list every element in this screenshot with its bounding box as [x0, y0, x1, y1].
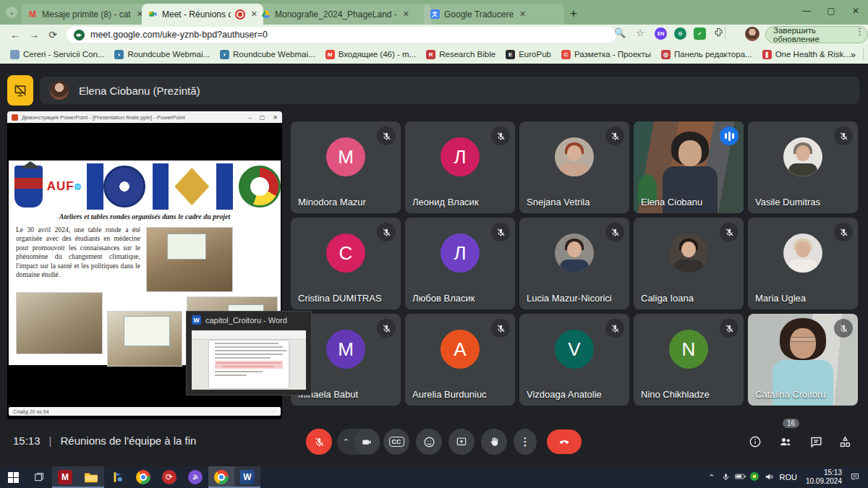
taskbar-red-app-icon[interactable]: ⟳: [156, 466, 182, 488]
gmail-icon: M: [326, 50, 335, 59]
new-tab-button[interactable]: +: [564, 4, 583, 23]
window-maximize-button[interactable]: ▢: [819, 0, 843, 22]
bookmarks-overflow-icon[interactable]: »: [851, 49, 856, 60]
participant-tile[interactable]: VVizdoaga Anatolie: [519, 314, 629, 406]
back-button[interactable]: ←: [6, 27, 25, 43]
raise-hand-button[interactable]: [481, 429, 507, 455]
participant-tile[interactable]: CCristina DUMITRAS: [291, 218, 401, 309]
participant-tile[interactable]: Catalina Croitoru: [748, 314, 858, 406]
tray-mic-icon[interactable]: [718, 473, 733, 482]
tab-close-icon[interactable]: ✕: [403, 9, 409, 19]
meeting-clock: 15:13: [13, 435, 41, 447]
participant-tile[interactable]: AAurelia Burduniuc: [405, 314, 515, 406]
mic-toggle-button[interactable]: [306, 429, 332, 455]
participant-tile[interactable]: ЛЛеонид Власик: [405, 121, 515, 213]
address-bar[interactable]: meet.google.com/uke-yznb-bpd?authuser=0: [67, 27, 616, 43]
bookmark-item-3[interactable]: ◗Roundcube Webmai...: [220, 50, 315, 59]
reactions-button[interactable]: [416, 429, 442, 455]
tray-battery-icon[interactable]: [733, 473, 747, 481]
participant-tile[interactable]: MMinodora Mazur: [291, 121, 401, 213]
taskbar-pinned-app-icon[interactable]: [104, 466, 130, 488]
meeting-details-button[interactable]: [744, 430, 767, 453]
bookmark-item-5[interactable]: RResearch Bible: [426, 50, 495, 59]
browser-tab-2[interactable]: Meet - Réunions de l'équip✕: [142, 4, 263, 25]
leave-call-button[interactable]: [547, 429, 582, 454]
pp-minimize-icon[interactable]: –: [248, 114, 251, 121]
forward-button[interactable]: →: [25, 27, 43, 43]
taskbar-mendeley-icon[interactable]: M: [52, 466, 78, 488]
participant-tile[interactable]: NNino Chikhladze: [634, 314, 744, 406]
word-document-thumbnail[interactable]: [192, 330, 306, 390]
present-screen-button[interactable]: [448, 429, 475, 455]
tray-clock[interactable]: 15:13 10.09.2024: [806, 468, 842, 487]
tab-title: Mesaje primite (8) - catalina.cro: [42, 9, 131, 20]
tray-language[interactable]: ROU: [779, 473, 796, 481]
tab-close-icon[interactable]: ✕: [519, 9, 526, 19]
taskbar-chrome-icon[interactable]: [130, 466, 156, 488]
participant-count-badge: 16: [783, 419, 799, 428]
bookmark-label: EuroPub: [519, 50, 551, 59]
taskbar-chrome-active-icon[interactable]: [208, 466, 234, 488]
bookmark-item-8[interactable]: ◎Панель редактора...: [661, 50, 752, 59]
window-close-button[interactable]: ✕: [843, 0, 868, 22]
bookmark-item-4[interactable]: MВходящие (46) - m...: [326, 50, 417, 59]
bookmark-item-7[interactable]: CРазметка - Проекты: [561, 50, 651, 59]
camera-toggle-button[interactable]: [354, 429, 379, 455]
participant-tile[interactable]: Caliga Ioana: [634, 218, 744, 309]
research-icon: R: [426, 50, 435, 59]
bookmark-item-6[interactable]: EEuroPub: [506, 50, 551, 59]
tab-search-icon[interactable]: ⌄: [6, 7, 17, 18]
reload-button[interactable]: ⟳: [43, 27, 62, 43]
browser-tab-4[interactable]: 文Google Traducere✕: [424, 4, 564, 25]
chat-panel-button[interactable]: [804, 430, 827, 453]
bookmark-star-icon[interactable]: ☆: [631, 25, 649, 40]
taskbar-file-explorer-icon[interactable]: [78, 466, 104, 488]
grammarly-extension-icon[interactable]: G: [674, 27, 686, 40]
start-button[interactable]: [0, 466, 26, 488]
camera-options-chevron[interactable]: ⌃: [337, 437, 354, 447]
participant-tile[interactable]: Lucia Mazur-Nicorici: [519, 218, 629, 309]
extensions-puzzle-icon[interactable]: [713, 27, 724, 40]
window-minimize-button[interactable]: —: [794, 0, 819, 22]
participant-tile[interactable]: ЛЛюбов Власик: [405, 218, 515, 309]
zoom-page-icon[interactable]: 🔍: [611, 25, 629, 40]
browser-tab-3[interactable]: Monografie_2024_PhageLand -✕: [255, 4, 431, 25]
participants-panel-button[interactable]: [774, 430, 797, 453]
more-options-button[interactable]: ⋮: [514, 429, 537, 455]
participant-initial-avatar: C: [326, 234, 365, 273]
tray-antivirus-icon[interactable]: [747, 472, 762, 482]
meeting-title: Réunions de l'équipe à la fin: [60, 435, 196, 447]
participant-tile[interactable]: Snejana Vetrila: [519, 121, 629, 213]
tray-chevron-icon[interactable]: ⌃: [704, 473, 718, 482]
speaking-indicator-icon: [720, 127, 739, 145]
bookmark-item-2[interactable]: ◗Roundcube Webmai...: [114, 50, 210, 59]
taskbar-viber-icon[interactable]: [182, 466, 208, 488]
presentation-warning-icon[interactable]: [7, 75, 33, 106]
browser-menu-icon[interactable]: ⋮: [855, 26, 864, 37]
participant-tile[interactable]: Vasile Dumitras: [748, 121, 858, 213]
captions-button[interactable]: CC: [383, 429, 409, 455]
notification-center-icon[interactable]: [848, 472, 862, 483]
bookmark-item-9[interactable]: ❚One Health & Risk...: [762, 50, 851, 59]
task-view-button[interactable]: [26, 466, 52, 488]
participant-tile[interactable]: Elena Ciobanu: [634, 121, 744, 213]
pp-close-icon[interactable]: ✕: [273, 114, 278, 121]
participant-tile[interactable]: Maria Uglea: [748, 218, 858, 309]
browser-tab-1[interactable]: MMesaje primite (8) - catalina.cro✕: [22, 4, 149, 25]
drive-icon: [260, 9, 271, 20]
mic-muted-icon: [834, 127, 853, 145]
pp-maximize-icon[interactable]: ▢: [260, 114, 265, 121]
participant-name: Vizdoaga Anatolie: [527, 389, 602, 400]
slide-heading: Ateliers et tables rondes organisés dans…: [14, 213, 275, 221]
translate-extension-icon[interactable]: EN: [655, 27, 667, 40]
checker-extension-icon[interactable]: ✓: [694, 27, 706, 40]
logo-divider: [216, 163, 233, 210]
bookmark-item-1[interactable]: Cereri - Servicii Con...: [10, 50, 104, 59]
finish-update-button[interactable]: Завершить обновление: [765, 26, 868, 43]
activities-button[interactable]: [833, 430, 856, 453]
tray-volume-icon[interactable]: [762, 472, 776, 483]
word-taskbar-preview[interactable]: W capitol_Croitoru - Word: [186, 311, 312, 395]
url-text: meet.google.com/uke-yznb-bpd?authuser=0: [90, 30, 268, 40]
taskbar-word-icon[interactable]: W: [234, 466, 260, 488]
profile-avatar[interactable]: [745, 27, 760, 41]
